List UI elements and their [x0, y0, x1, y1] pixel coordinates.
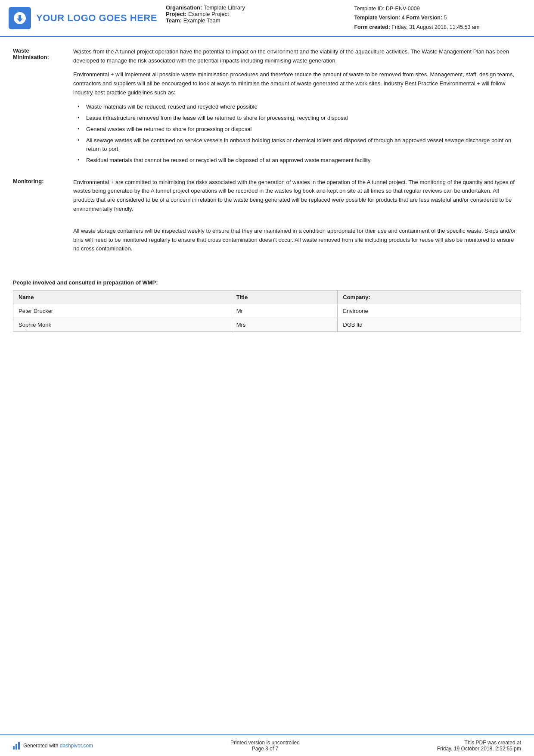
footer-bar-3 [18, 742, 20, 750]
waste-para1: Wastes from the A tunnel project operati… [73, 47, 521, 66]
footer-dashpivot-link[interactable]: dashpivot.com [60, 743, 93, 749]
table-cell: DGB ltd [338, 318, 521, 332]
org-row: Organisation: Template Library [166, 4, 337, 11]
header-meta-left: Organisation: Template Library Project: … [166, 4, 337, 32]
table-section: People involved and consulted in prepara… [0, 279, 534, 332]
monitoring-continuation-label [13, 227, 73, 259]
footer-page: Page 3 of 7 [230, 746, 300, 752]
table-row: Sophie MonkMrsDGB ltd [13, 318, 521, 332]
footer-pdf-date: Friday, 19 October 2018, 2:52:55 pm [437, 746, 521, 752]
table-row: Peter DruckerMrEnviroone [13, 304, 521, 318]
footer-logo-icon [13, 742, 20, 750]
template-id-row: Template ID: DP-ENV-0009 [354, 4, 525, 13]
list-item: Waste materials will be reduced, reused … [78, 103, 521, 111]
waste-minimisation-body: Wastes from the A tunnel project operati… [73, 47, 521, 170]
col-company: Company: [338, 291, 521, 304]
footer-bar-2 [16, 744, 17, 750]
monitoring-body: Environmental + are committed to minimis… [73, 178, 521, 219]
waste-bullet-list: Waste materials will be reduced, reused … [73, 103, 521, 165]
list-item: Lease infrastructure removed from the le… [78, 114, 521, 122]
monitoring-continuation-body: All waste storage containers will be ins… [73, 227, 521, 259]
table-header: Name Title Company: [13, 291, 521, 304]
footer-center: Printed version is uncontrolled Page 3 o… [230, 740, 300, 752]
footer-bar-1 [13, 746, 15, 750]
form-created-row: Form created: Friday, 31 August 2018, 11… [354, 23, 525, 32]
waste-label-text: WasteMinimisation: [13, 47, 49, 60]
logo-icon [9, 7, 31, 29]
footer-right: This PDF was created at Friday, 19 Octob… [437, 740, 521, 752]
monitoring-para2: All waste storage containers will be ins… [73, 227, 521, 253]
monitoring-label: Monitoring: [13, 178, 73, 219]
header: YOUR LOGO GOES HERE Organisation: Templa… [0, 0, 534, 37]
header-meta-cols: Organisation: Template Library Project: … [166, 4, 525, 32]
logo-text: YOUR LOGO GOES HERE [36, 12, 157, 24]
waste-minimisation-label: WasteMinimisation: [13, 47, 73, 170]
table-cell: Peter Drucker [13, 304, 231, 318]
footer: Generated with dashpivot.com Printed ver… [0, 734, 534, 756]
monitoring-section: Monitoring: Environmental + are committe… [13, 178, 521, 219]
logo-svg-icon [12, 11, 27, 25]
team-row: Team: Example Team [166, 17, 337, 24]
logo-area: YOUR LOGO GOES HERE [9, 4, 157, 32]
main-content: WasteMinimisation: Wastes from the A tun… [0, 37, 534, 275]
table-cell: Sophie Monk [13, 318, 231, 332]
project-row: Project: Example Project [166, 11, 337, 17]
header-meta-right: Template ID: DP-ENV-0009 Template Versio… [354, 4, 525, 32]
footer-uncontrolled: Printed version is uncontrolled [230, 740, 300, 746]
footer-pdf-created: This PDF was created at [437, 740, 521, 746]
footer-generated-text: Generated with dashpivot.com [23, 743, 93, 749]
template-version-row: Template Version: 4 Form Version: 5 [354, 13, 525, 22]
table-heading: People involved and consulted in prepara… [13, 279, 521, 286]
waste-minimisation-section: WasteMinimisation: Wastes from the A tun… [13, 47, 521, 170]
monitoring-continuation-section: All waste storage containers will be ins… [13, 227, 521, 259]
table-cell: Enviroone [338, 304, 521, 318]
footer-left: Generated with dashpivot.com [13, 742, 93, 750]
list-item: All sewage wastes will be contained on s… [78, 136, 521, 153]
col-title: Title [231, 291, 338, 304]
waste-para2: Environmental + will implement all possi… [73, 70, 521, 97]
monitoring-para1: Environmental + are committed to minimis… [73, 178, 521, 214]
col-name: Name [13, 291, 231, 304]
table-header-row: Name Title Company: [13, 291, 521, 304]
list-item: Residual materials that cannot be reused… [78, 156, 521, 165]
table-cell: Mr [231, 304, 338, 318]
table-cell: Mrs [231, 318, 338, 332]
table-body: Peter DruckerMrEnvirooneSophie MonkMrsDG… [13, 304, 521, 332]
people-table: Name Title Company: Peter DruckerMrEnvir… [13, 290, 521, 332]
list-item: General wastes will be returned to shore… [78, 125, 521, 134]
